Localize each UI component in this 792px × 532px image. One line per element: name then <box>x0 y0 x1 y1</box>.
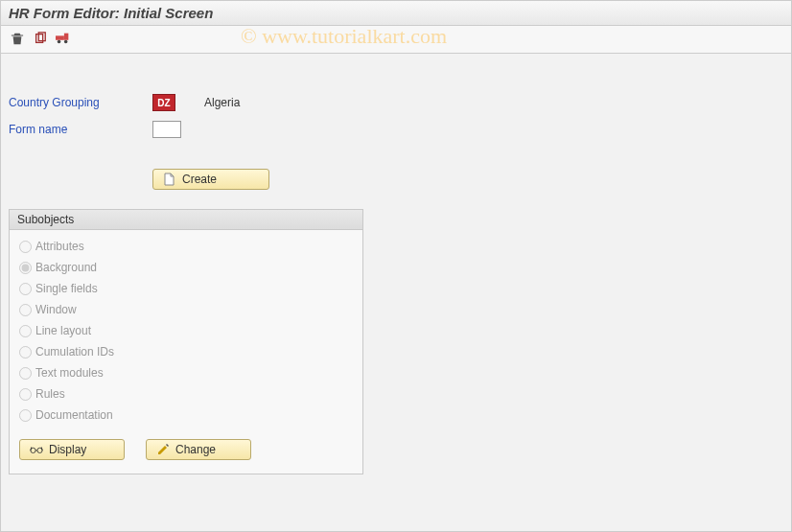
radio-window[interactable] <box>19 304 32 316</box>
glasses-icon <box>30 443 43 456</box>
create-button[interactable]: Create <box>152 169 269 190</box>
subobject-line-layout[interactable]: Line layout <box>19 320 353 341</box>
country-grouping-row: Country Grouping DZ Algeria <box>9 92 791 113</box>
radio-label: Attributes <box>35 240 84 253</box>
radio-label: Background <box>35 261 97 274</box>
subobject-cumulation-ids[interactable]: Cumulation IDs <box>19 341 353 362</box>
transport-icon[interactable] <box>55 30 72 47</box>
subobjects-actions: Display Change <box>19 426 353 464</box>
subobject-background[interactable]: Background <box>19 257 353 278</box>
pencil-icon <box>156 443 170 456</box>
subobject-rules[interactable]: Rules <box>19 383 353 405</box>
subobject-text-modules[interactable]: Text modules <box>19 362 353 383</box>
display-button[interactable]: Display <box>19 439 125 460</box>
svg-point-5 <box>64 40 68 44</box>
subobjects-group: Subobjects Attributes Background Single … <box>9 209 363 474</box>
country-grouping-value[interactable]: DZ <box>152 94 175 111</box>
radio-documentation[interactable] <box>19 409 32 422</box>
svg-rect-2 <box>56 35 64 39</box>
create-row: Create <box>9 146 791 205</box>
subobject-window[interactable]: Window <box>19 299 353 320</box>
radio-single-fields[interactable] <box>19 283 32 295</box>
radio-label: Single fields <box>35 282 98 295</box>
create-button-label: Create <box>182 173 217 186</box>
svg-point-4 <box>58 40 61 44</box>
display-button-label: Display <box>49 443 86 456</box>
subobjects-title: Subobjects <box>10 210 362 230</box>
country-grouping-label: Country Grouping <box>9 96 152 109</box>
form-name-input[interactable] <box>152 121 181 138</box>
radio-label: Documentation <box>35 408 113 422</box>
content-area: Country Grouping DZ Algeria Form name Cr… <box>1 54 791 474</box>
radio-line-layout[interactable] <box>19 325 32 337</box>
radio-rules[interactable] <box>19 388 32 401</box>
radio-label: Cumulation IDs <box>35 345 114 359</box>
subobject-attributes[interactable]: Attributes <box>19 236 353 257</box>
copy-icon[interactable] <box>32 30 49 47</box>
new-doc-icon <box>163 173 176 186</box>
subobject-documentation[interactable]: Documentation <box>19 405 353 426</box>
change-button[interactable]: Change <box>146 439 251 460</box>
radio-cumulation-ids[interactable] <box>19 346 32 359</box>
radio-label: Window <box>35 303 77 316</box>
svg-rect-3 <box>64 34 68 40</box>
form-name-row: Form name <box>9 119 791 140</box>
application-toolbar <box>1 26 791 54</box>
radio-attributes[interactable] <box>19 241 32 253</box>
change-button-label: Change <box>175 443 216 456</box>
form-name-label: Form name <box>9 123 152 136</box>
radio-label: Text modules <box>35 366 104 380</box>
subobjects-body: Attributes Background Single fields Wind… <box>10 230 362 474</box>
radio-text-modules[interactable] <box>19 367 32 380</box>
title-bar: HR Form Editor: Initial Screen <box>1 1 791 26</box>
country-grouping-display: Algeria <box>204 96 240 109</box>
radio-background[interactable] <box>19 262 32 274</box>
page-title: HR Form Editor: Initial Screen <box>9 5 783 21</box>
delete-icon[interactable] <box>9 30 26 47</box>
radio-label: Line layout <box>35 324 91 337</box>
subobject-single-fields[interactable]: Single fields <box>19 278 353 299</box>
radio-label: Rules <box>35 387 65 401</box>
